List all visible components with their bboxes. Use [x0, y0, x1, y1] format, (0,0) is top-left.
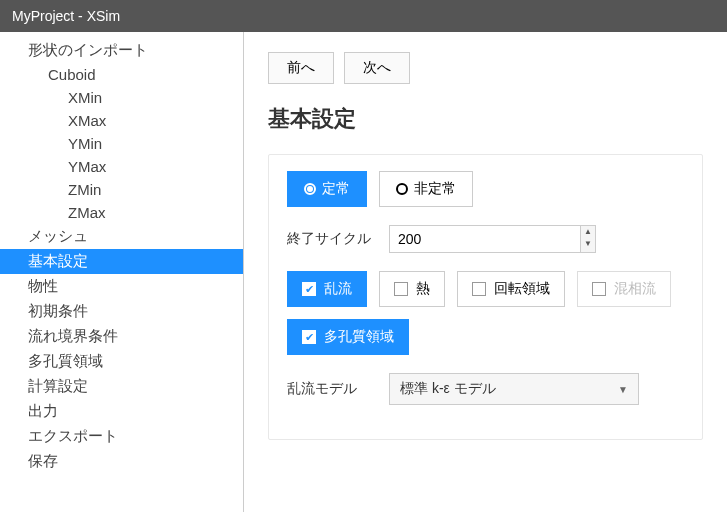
- feature-heat[interactable]: 熱: [379, 271, 445, 307]
- time-mode-unsteady[interactable]: 非定常: [379, 171, 473, 207]
- feature-label: 多孔質領域: [324, 328, 394, 346]
- radio-label: 非定常: [414, 180, 456, 198]
- feature-rotation[interactable]: 回転領域: [457, 271, 565, 307]
- feature-label: 混相流: [614, 280, 656, 298]
- end-cycle-label: 終了サイクル: [287, 230, 377, 248]
- next-button[interactable]: 次へ: [344, 52, 410, 84]
- turb-model-select[interactable]: 標準 k-ε モデル ▼: [389, 373, 639, 405]
- time-mode-steady[interactable]: 定常: [287, 171, 367, 207]
- radio-label: 定常: [322, 180, 350, 198]
- checkbox-icon: [394, 282, 408, 296]
- radio-icon: [396, 183, 408, 195]
- feature-label: 乱流: [324, 280, 352, 298]
- prev-button[interactable]: 前へ: [268, 52, 334, 84]
- feature-turbulence[interactable]: 乱流: [287, 271, 367, 307]
- spin-up-icon[interactable]: ▲: [581, 226, 595, 238]
- sidebar-item-5[interactable]: YMax: [0, 155, 243, 178]
- window-title: MyProject - XSim: [12, 8, 120, 24]
- feature-porous[interactable]: 多孔質領域: [287, 319, 409, 355]
- sidebar-item-0[interactable]: 形状のインポート: [0, 38, 243, 63]
- main-panel: 前へ 次へ 基本設定 定常 非定常 終了サイクル ▲: [244, 32, 727, 512]
- title-bar: MyProject - XSim: [0, 0, 727, 32]
- sidebar-item-11[interactable]: 初期条件: [0, 299, 243, 324]
- sidebar-item-4[interactable]: YMin: [0, 132, 243, 155]
- sidebar-item-14[interactable]: 計算設定: [0, 374, 243, 399]
- sidebar-item-7[interactable]: ZMax: [0, 201, 243, 224]
- section-title: 基本設定: [268, 104, 703, 134]
- radio-icon: [304, 183, 316, 195]
- sidebar-item-2[interactable]: XMin: [0, 86, 243, 109]
- end-cycle-spinner[interactable]: ▲ ▼: [389, 225, 596, 253]
- sidebar-item-8[interactable]: メッシュ: [0, 224, 243, 249]
- sidebar-item-1[interactable]: Cuboid: [0, 63, 243, 86]
- sidebar-item-10[interactable]: 物性: [0, 274, 243, 299]
- sidebar-item-12[interactable]: 流れ境界条件: [0, 324, 243, 349]
- sidebar-item-6[interactable]: ZMin: [0, 178, 243, 201]
- feature-label: 熱: [416, 280, 430, 298]
- select-value: 標準 k-ε モデル: [400, 380, 496, 398]
- checkbox-icon: [302, 282, 316, 296]
- spin-down-icon[interactable]: ▼: [581, 238, 595, 250]
- feature-label: 回転領域: [494, 280, 550, 298]
- sidebar: 形状のインポートCuboidXMinXMaxYMinYMaxZMinZMaxメッ…: [0, 32, 244, 512]
- sidebar-item-3[interactable]: XMax: [0, 109, 243, 132]
- checkbox-icon: [472, 282, 486, 296]
- sidebar-item-13[interactable]: 多孔質領域: [0, 349, 243, 374]
- sidebar-item-15[interactable]: 出力: [0, 399, 243, 424]
- checkbox-icon: [592, 282, 606, 296]
- sidebar-item-16[interactable]: エクスポート: [0, 424, 243, 449]
- sidebar-item-17[interactable]: 保存: [0, 449, 243, 474]
- end-cycle-input[interactable]: [390, 226, 580, 252]
- feature-multiphase: 混相流: [577, 271, 671, 307]
- sidebar-item-9[interactable]: 基本設定: [0, 249, 243, 274]
- turb-model-label: 乱流モデル: [287, 380, 377, 398]
- checkbox-icon: [302, 330, 316, 344]
- chevron-down-icon: ▼: [618, 384, 628, 395]
